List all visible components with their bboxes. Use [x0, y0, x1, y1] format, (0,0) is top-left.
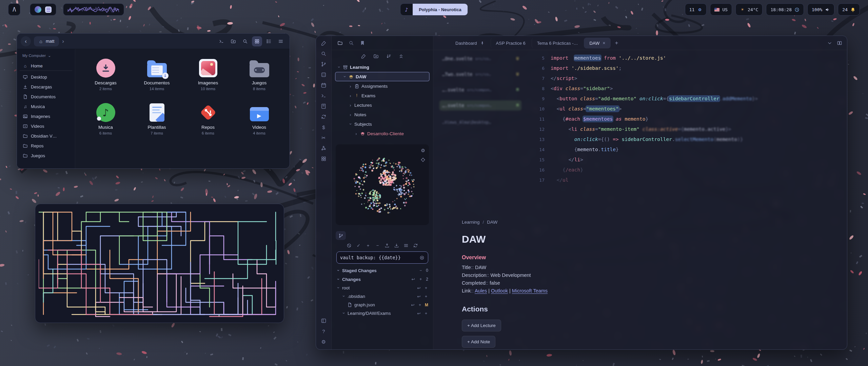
quick-widgets[interactable] — [30, 3, 56, 16]
note-link-outlook[interactable]: Outlook — [491, 288, 508, 293]
graph-view[interactable] — [336, 144, 429, 225]
folder-documentos[interactable]: ↓Documentos14 items — [131, 57, 182, 91]
sidebar-item-videos[interactable]: Videos — [20, 121, 72, 131]
forward-button[interactable]: › — [62, 38, 64, 45]
local-graph-panel[interactable]: ⚙ — [336, 144, 429, 225]
sidebar-item-home[interactable]: ⌂Home — [20, 61, 72, 71]
tab-dashboard[interactable]: Dashboard — [450, 38, 490, 48]
note-breadcrumb[interactable]: Learning/DAW — [462, 220, 760, 225]
folder-imagenes[interactable]: Imagenes10 items — [182, 57, 234, 91]
sidebar-item-juegos[interactable]: Juegos — [20, 151, 72, 161]
sidebar-item-obsidian-v[interactable]: Obsidian V… — [20, 131, 72, 141]
folder-plantillas[interactable]: Plantillas7 items — [131, 102, 182, 135]
action-button-add-lecture[interactable]: + Add Lecture — [462, 320, 501, 331]
tab-daw[interactable]: DAW× — [584, 38, 610, 48]
split-icon[interactable] — [837, 40, 842, 46]
ribbon-new-note-icon[interactable] — [321, 40, 327, 46]
tab-tema-6-pr-cticas[interactable]: Tema 6 Prácticas -… — [532, 38, 583, 48]
editor-area[interactable]: …One.sveltesrc/co…U…Two.sveltesrc/co…U….… — [433, 50, 847, 349]
explorer-item-lectures[interactable]: ›Lectures — [335, 100, 430, 110]
ribbon-layout-icon[interactable] — [321, 318, 327, 324]
ribbon-dice-icon[interactable] — [321, 72, 327, 78]
menu-button[interactable] — [276, 36, 286, 46]
discard-icon[interactable]: ↩ — [417, 294, 421, 299]
list-button[interactable] — [264, 36, 274, 46]
tab-list-icon[interactable] — [827, 40, 832, 46]
ribbon-scissors-icon[interactable]: ✂ — [321, 135, 327, 141]
notes-icon[interactable] — [45, 6, 52, 13]
grid-button[interactable] — [252, 36, 262, 46]
git-check-icon[interactable]: ✓ — [356, 243, 361, 248]
workspace-icon[interactable] — [35, 6, 41, 13]
sidebar-item-musica[interactable]: ♫Musica — [20, 102, 72, 111]
search-button[interactable] — [240, 36, 250, 46]
action-button-add-note[interactable]: + Add Note — [462, 336, 495, 348]
note-link-microsoft-teams[interactable]: Microsoft Teams — [512, 288, 548, 293]
notifications-widget[interactable]: 24 — [838, 3, 860, 16]
breadcrumb-segment[interactable]: Learning — [462, 220, 480, 225]
git-change-root[interactable]: ›root↩+ — [332, 284, 433, 292]
panel-tab-search-icon[interactable] — [349, 40, 354, 46]
explorer-new-note-icon[interactable] — [361, 54, 366, 59]
folder-repos[interactable]: Repos6 items — [182, 102, 234, 135]
breadcrumb-segment[interactable]: DAW — [487, 220, 497, 225]
volume-widget[interactable]: 100% — [807, 3, 834, 16]
back-button[interactable]: ‹ — [21, 36, 31, 46]
explorer-item-exams[interactable]: ›!Exams — [335, 91, 430, 100]
plus-icon[interactable]: + — [424, 286, 428, 290]
plus-icon[interactable]: + — [418, 303, 422, 307]
folder-musica[interactable]: ♪Musica6 items — [80, 102, 131, 135]
graph-target-icon[interactable] — [420, 157, 426, 162]
ribbon-terminal-icon[interactable] — [321, 93, 327, 99]
git-change-obsidian[interactable]: ›.obsidian↩+ — [332, 292, 433, 301]
ribbon-help-icon[interactable]: ? — [321, 328, 327, 334]
git-circle-slash-icon[interactable] — [347, 243, 352, 248]
git-menu-icon[interactable] — [403, 243, 409, 248]
tab-asp-practice-6[interactable]: ASP Practice 6 — [491, 38, 531, 48]
ribbon-dollar-icon[interactable]: $ — [321, 124, 327, 130]
unstage-all-icon[interactable]: − — [418, 268, 423, 273]
sidebar-item-desktop[interactable]: Desktop — [20, 72, 72, 82]
discard-all-icon[interactable]: ↩ — [411, 277, 415, 282]
weather-widget[interactable]: ☀ 24°C — [735, 3, 763, 16]
terminal-button[interactable] — [216, 36, 226, 46]
folder-videos[interactable]: ▶Videos4 items — [234, 102, 285, 135]
git-refresh-icon[interactable] — [413, 243, 418, 248]
discard-icon[interactable]: ↩ — [417, 311, 421, 316]
breadcrumb[interactable]: ⌂ matt — [34, 36, 59, 46]
git-minus-icon[interactable]: − — [375, 243, 380, 248]
ribbon-graph-ic-icon[interactable] — [321, 145, 327, 151]
discard-icon[interactable]: ↩ — [411, 303, 415, 307]
ribbon-search-icon[interactable] — [321, 51, 327, 57]
folder-juegos[interactable]: Juegos8 items — [234, 57, 285, 91]
updates-widget[interactable]: 11 ⚙ — [685, 3, 707, 16]
ribbon-calendar-icon[interactable] — [321, 82, 327, 88]
explorer-collapse-icon[interactable] — [398, 54, 404, 59]
ribbon-gear-icon[interactable]: ⚙ — [321, 339, 327, 345]
explorer-sort-icon[interactable] — [386, 54, 391, 59]
git-change-learning-daw-exams[interactable]: ›Learning/DAW/Exams↩+ — [332, 309, 433, 318]
ribbon-branch-icon[interactable] — [321, 61, 327, 67]
sidebar-item-repos[interactable]: Repos — [20, 141, 72, 151]
note-link-aules[interactable]: Aules — [475, 288, 487, 293]
git-up-tray-icon[interactable] — [384, 243, 390, 248]
clock-widget[interactable]: 18:08:28 — [766, 3, 804, 16]
sidebar-item-imagenes[interactable]: Imagenes — [20, 111, 72, 121]
staged-changes-header[interactable]: › Staged Changes − 0 — [332, 266, 433, 275]
discard-icon[interactable]: ↩ — [417, 286, 421, 290]
explorer-item-daw[interactable]: ›DAW — [335, 72, 430, 81]
ribbon-book-icon[interactable] — [321, 103, 327, 109]
clear-message-icon[interactable] — [419, 255, 425, 260]
git-plus-icon[interactable]: + — [366, 243, 371, 248]
source-control-chip[interactable] — [336, 231, 346, 240]
git-change-graph-json[interactable]: graph.json↩+M — [332, 301, 433, 309]
commit-message-input[interactable] — [340, 255, 417, 260]
explorer-item-desarrollo-cliente[interactable]: ›Desarrollo-Cliente — [335, 129, 430, 138]
explorer-folder-plus-icon[interactable] — [373, 54, 379, 59]
panel-tab-bookmark-icon[interactable] — [360, 40, 365, 46]
sidebar-item-documentos[interactable]: Documentos — [20, 92, 72, 102]
folder-descargas[interactable]: Descargas2 items — [80, 57, 131, 91]
stage-all-icon[interactable]: + — [418, 277, 423, 282]
graph-gear-icon[interactable]: ⚙ — [420, 148, 426, 153]
panel-tab-folder-icon[interactable] — [337, 40, 343, 46]
